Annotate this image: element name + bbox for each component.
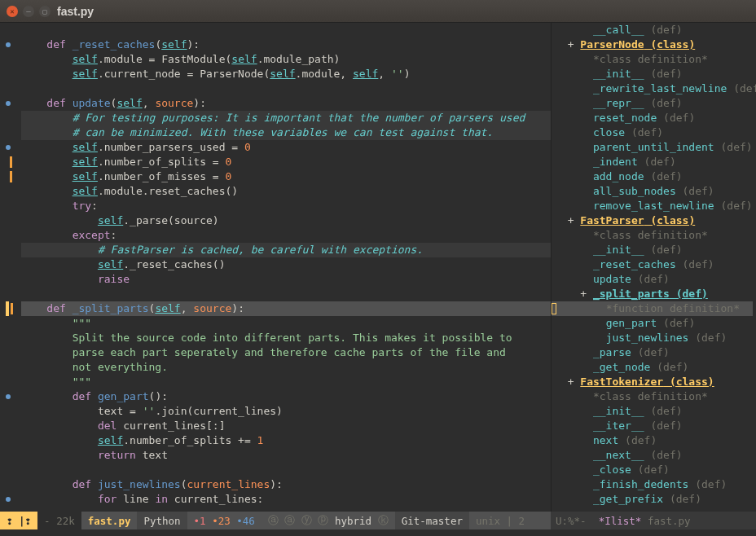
- gutter-row: [0, 287, 16, 301]
- gutter-row: [0, 52, 16, 67]
- outline-item[interactable]: _reset_caches (def): [552, 257, 753, 272]
- code-line[interactable]: except:: [21, 228, 551, 243]
- code-line[interactable]: self.number_of_splits = 0: [21, 155, 551, 169]
- code-line[interactable]: [21, 81, 551, 96]
- outline-item[interactable]: reset_node (def): [552, 111, 753, 125]
- outline-item[interactable]: + _split_parts (def): [552, 287, 753, 301]
- minimize-icon[interactable]: –: [23, 6, 34, 17]
- outline-item[interactable]: __call__ (def): [552, 23, 753, 37]
- code-line[interactable]: def update(self, source):: [21, 96, 551, 111]
- code-line[interactable]: raise: [21, 272, 551, 287]
- outline-item[interactable]: all_sub_nodes (def): [552, 184, 753, 199]
- modeline-filename: fast.py: [81, 512, 138, 529]
- code-line[interactable]: del current_lines[:]: [21, 419, 551, 433]
- outline-item[interactable]: remove_last_newline (def): [552, 199, 753, 213]
- outline-item[interactable]: __next__ (def): [552, 448, 753, 463]
- gutter-row: [0, 419, 16, 433]
- gutter-row: [0, 433, 16, 448]
- code-line[interactable]: for line in current_lines:: [21, 492, 551, 507]
- outline-item[interactable]: _parse (def): [552, 345, 753, 360]
- workspace: def _reset_caches(self): self.module = F…: [0, 23, 756, 512]
- outline-item[interactable]: add_node (def): [552, 169, 753, 184]
- code-line[interactable]: def _split_parts(self, source):: [21, 301, 551, 316]
- outline-item[interactable]: _get_prefix (def): [552, 492, 753, 507]
- outline-item[interactable]: next (def): [552, 433, 753, 448]
- outline-item[interactable]: *class definition*: [552, 389, 753, 404]
- outline-item[interactable]: __init__ (def): [552, 243, 753, 257]
- gutter-row: [0, 243, 16, 257]
- gutter-row: [0, 316, 16, 331]
- outline-item[interactable]: _close (def): [552, 463, 753, 477]
- outline-item[interactable]: *class definition*: [552, 52, 753, 67]
- code-line[interactable]: # can be minimized. With these variables…: [21, 125, 551, 140]
- code-line[interactable]: self._reset_caches(): [21, 257, 551, 272]
- outline-item[interactable]: *function definition*: [552, 301, 753, 316]
- outline-item[interactable]: __iter__ (def): [552, 419, 753, 433]
- gutter-row: [0, 404, 16, 419]
- modeline-state: - 22k: [37, 512, 81, 529]
- code-line[interactable]: text = ''.join(current_lines): [21, 404, 551, 419]
- outline-item[interactable]: __init__ (def): [552, 404, 753, 419]
- code-line[interactable]: def gen_part():: [21, 389, 551, 404]
- code-line[interactable]: self.number_parsers_used = 0: [21, 140, 551, 155]
- gutter-row: [0, 125, 16, 140]
- code-line[interactable]: def just_newlines(current_lines):: [21, 477, 551, 492]
- code-line[interactable]: not everything.: [21, 360, 551, 375]
- editor-pane[interactable]: def _reset_caches(self): self.module = F…: [0, 23, 551, 512]
- outline-item[interactable]: just_newlines (def): [552, 331, 753, 345]
- close-icon[interactable]: ✕: [7, 6, 18, 17]
- code-line[interactable]: [21, 23, 551, 37]
- code-line[interactable]: self._parse(source): [21, 213, 551, 228]
- outline-item[interactable]: _indent (def): [552, 155, 753, 169]
- code-line[interactable]: [21, 463, 551, 477]
- minibuffer[interactable]: [0, 529, 756, 536]
- gutter-row: [0, 331, 16, 345]
- code-line[interactable]: """: [21, 316, 551, 331]
- code-line[interactable]: self.number_of_splits += 1: [21, 433, 551, 448]
- code-line[interactable]: def _reset_caches(self):: [21, 37, 551, 52]
- outline-item[interactable]: + ParserNode (class): [552, 37, 753, 52]
- modeline-mode: Python: [137, 512, 187, 529]
- code-line[interactable]: # For testing purposes: It is important …: [21, 111, 551, 125]
- code-line[interactable]: self.module = FastModule(self.module_pat…: [21, 52, 551, 67]
- outline-item[interactable]: *class definition*: [552, 228, 753, 243]
- outline-item[interactable]: parent_until_indent (def): [552, 140, 753, 155]
- outline-pane[interactable]: __call__ (def) + ParserNode (class) *cla…: [551, 23, 756, 512]
- gutter-row: [0, 81, 16, 96]
- outline-item[interactable]: + FastTokenizer (class): [552, 375, 753, 389]
- modeline-left: ❢ |❢ - 22k fast.py Python •1 •23 •46 ⓐ ⓐ…: [0, 512, 551, 529]
- modeline-git: Git-master: [395, 512, 469, 529]
- code-line[interactable]: self.current_node = ParserNode(self.modu…: [21, 67, 551, 81]
- gutter-row: [0, 228, 16, 243]
- gutter-row: [0, 375, 16, 389]
- code-line[interactable]: Split the source code into different par…: [21, 331, 551, 345]
- code-line[interactable]: self.module.reset_caches(): [21, 184, 551, 199]
- outline-item[interactable]: update (def): [552, 272, 753, 287]
- code-line[interactable]: self.number_of_misses = 0: [21, 169, 551, 184]
- outline-item[interactable]: _finish_dedents (def): [552, 477, 753, 492]
- outline-item[interactable]: __repr__ (def): [552, 96, 753, 111]
- outline-item[interactable]: _rewrite_last_newline (def): [552, 81, 753, 96]
- outline-item[interactable]: gen_part (def): [552, 316, 753, 331]
- code-line[interactable]: parse each part seperately and therefore…: [21, 345, 551, 360]
- modeline-flycheck: •1 •23 •46: [187, 512, 262, 529]
- code-line[interactable]: # FastParser is cached, be careful with …: [21, 243, 551, 257]
- code-area[interactable]: def _reset_caches(self): self.module = F…: [16, 23, 551, 512]
- code-line[interactable]: [21, 287, 551, 301]
- gutter-row: [0, 67, 16, 81]
- gutter-row: [0, 301, 16, 316]
- modeline-enc: unix | 2: [469, 512, 531, 529]
- gutter-row: [0, 492, 16, 507]
- gutter-row: [0, 360, 16, 375]
- modeline: ❢ |❢ - 22k fast.py Python •1 •23 •46 ⓐ ⓐ…: [0, 512, 756, 529]
- maximize-icon[interactable]: ▢: [39, 6, 51, 17]
- outline-item[interactable]: + FastParser (class): [552, 213, 753, 228]
- outline-item[interactable]: close (def): [552, 125, 753, 140]
- code-line[interactable]: return text: [21, 448, 551, 463]
- outline-item[interactable]: _get_node (def): [552, 360, 753, 375]
- gutter-row: [0, 213, 16, 228]
- code-line[interactable]: """: [21, 375, 551, 389]
- outline-item[interactable]: __init__ (def): [552, 67, 753, 81]
- code-line[interactable]: try:: [21, 199, 551, 213]
- gutter-row: [0, 23, 16, 37]
